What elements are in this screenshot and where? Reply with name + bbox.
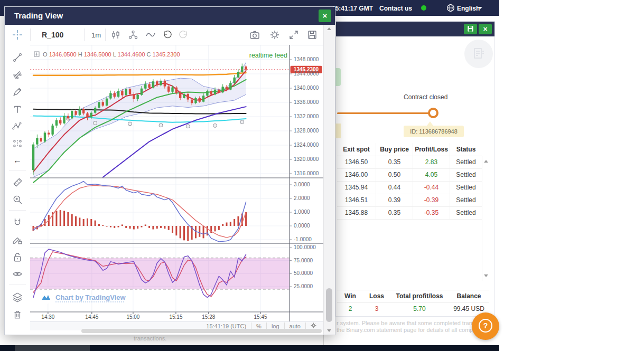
redo-icon[interactable] xyxy=(178,30,189,40)
table-cell: 0.35 xyxy=(376,207,413,219)
svg-text:1324.0000: 1324.0000 xyxy=(294,142,319,148)
line-style-icon[interactable] xyxy=(145,30,156,40)
arrow-back-icon[interactable]: ← xyxy=(12,155,23,166)
save-layout-icon[interactable] xyxy=(307,30,318,40)
gear-icon xyxy=(311,322,316,328)
modal-horizontal-scrollbar[interactable] xyxy=(81,329,322,333)
trades-table-scrollbar[interactable] xyxy=(482,156,489,281)
zoom-in-icon[interactable] xyxy=(12,194,23,205)
chevron-down-icon[interactable] xyxy=(478,7,482,11)
disclaimer-text-line1: r system. Please be aware that some comp… xyxy=(337,320,488,326)
table-row[interactable]: 1345.940.44-0.44Settled xyxy=(337,182,482,194)
svg-text:15:00: 15:00 xyxy=(126,314,139,320)
svg-text:1348.0000: 1348.0000 xyxy=(294,56,319,62)
toolbar-separator xyxy=(30,29,31,41)
disclaimer-text-line3: transactions. xyxy=(134,335,166,341)
summary-table: WinLossTotal profit/lossBalance 235.7099… xyxy=(337,290,489,315)
interval-selector[interactable]: 1m xyxy=(91,31,101,39)
table-row[interactable]: 1346.000.504.05Settled xyxy=(337,169,482,182)
stochastic-band xyxy=(30,258,290,289)
hide-all-eye-icon[interactable] xyxy=(12,269,23,279)
table-cell: Settled xyxy=(450,207,482,219)
table-cell: -0.39 xyxy=(413,194,450,206)
svg-text:1320.0000: 1320.0000 xyxy=(294,156,319,162)
drawing-lock-icon[interactable] xyxy=(12,234,23,245)
chart-area[interactable]: 1345.23001348.00001344.00001340.00001336… xyxy=(30,45,323,330)
forecast-tool-icon[interactable] xyxy=(12,138,23,149)
summary-table-header: WinLossTotal profit/lossBalance xyxy=(337,290,489,302)
realtime-feed-label: realtime feed xyxy=(249,52,287,59)
xabcd-pattern-tool-icon[interactable] xyxy=(12,121,23,131)
measure-ruler-icon[interactable] xyxy=(12,177,23,187)
layers-icon[interactable] xyxy=(12,292,23,302)
status-dot-icon xyxy=(421,5,426,11)
modal-vertical-scrollbar[interactable] xyxy=(323,25,335,335)
svg-text:14:30: 14:30 xyxy=(41,314,54,320)
brush-tool-icon[interactable] xyxy=(12,87,23,97)
svg-text:25.0000: 25.0000 xyxy=(294,283,313,289)
gmt-clock: 15:41:17 GMT xyxy=(332,5,373,12)
lock-all-icon[interactable] xyxy=(12,252,23,262)
bottom-window-bar xyxy=(0,345,499,351)
undo-icon[interactable] xyxy=(162,30,173,40)
svg-text:1328.0000: 1328.0000 xyxy=(294,128,319,134)
cut-buy-button[interactable] xyxy=(335,68,341,86)
column-header: Profit/Loss xyxy=(413,143,450,156)
snapshot-camera-icon[interactable] xyxy=(249,30,260,40)
summary-header: Balance xyxy=(449,290,489,302)
candle-style-icon[interactable] xyxy=(110,30,121,40)
tools-separator xyxy=(9,284,26,284)
summary-value: 5.70 xyxy=(390,302,449,315)
indicators-icon[interactable] xyxy=(128,30,138,40)
contract-progress-marker[interactable] xyxy=(428,108,438,118)
svg-text:-1.0000: -1.0000 xyxy=(294,236,312,242)
scroll-up-icon[interactable] xyxy=(327,27,331,30)
tradingview-chart-canvas[interactable]: 1345.23001348.00001344.00001340.00001336… xyxy=(30,45,323,330)
bottom-bar-segment xyxy=(15,345,90,351)
table-cell: 4.05 xyxy=(413,169,450,181)
toolbar-separator xyxy=(84,29,85,41)
symbol-selector[interactable]: R_100 xyxy=(42,31,63,39)
text-tool-icon[interactable] xyxy=(12,104,23,115)
svg-text:Chart by TradingView: Chart by TradingView xyxy=(55,293,126,301)
svg-text:realtime feed: realtime feed xyxy=(249,52,287,59)
svg-text:1316.0000: 1316.0000 xyxy=(294,170,319,176)
panel-save-button[interactable] xyxy=(464,24,477,34)
toolbar-separator xyxy=(105,29,106,41)
table-row[interactable]: 1345.880.35-0.35Settled xyxy=(337,207,482,220)
table-cell: Settled xyxy=(450,156,482,168)
settings-gear-icon[interactable] xyxy=(269,30,280,40)
panel-close-button[interactable]: × xyxy=(479,24,492,34)
trades-table: Exit spotBuy priceProfit/LossStatus 1346… xyxy=(337,143,482,220)
tools-separator xyxy=(9,170,26,171)
tools-separator xyxy=(9,210,26,211)
ohlc-readout: O 1346.0500 H 1346.5000 L 1344.4600 C 13… xyxy=(34,51,180,58)
table-row[interactable]: 1346.510.39-0.39Settled xyxy=(337,194,482,207)
summary-value: 3 xyxy=(363,302,390,315)
table-cell: 1346.51 xyxy=(337,194,376,206)
contact-us-link[interactable]: Contact us xyxy=(379,5,412,12)
scroll-down-icon[interactable] xyxy=(327,329,331,332)
trend-line-tool-icon[interactable] xyxy=(12,52,23,63)
fullscreen-icon[interactable] xyxy=(288,30,299,40)
gann-fibonacci-tool-icon[interactable] xyxy=(12,70,23,80)
table-row[interactable]: 1346.500.352.83Settled xyxy=(337,156,482,169)
trash-icon[interactable] xyxy=(12,309,23,320)
scroll-up-icon[interactable] xyxy=(484,160,488,163)
table-cell: 1346.50 xyxy=(337,156,376,168)
svg-text:1340.0000: 1340.0000 xyxy=(294,85,319,91)
globe-icon xyxy=(446,4,455,12)
language-selector[interactable]: English xyxy=(457,5,480,12)
summary-button[interactable] xyxy=(464,40,493,68)
magnet-icon[interactable] xyxy=(12,217,23,227)
summary-header: Win xyxy=(337,290,363,302)
trade-results-panel: × Contract closed ID: 113686786948 Exit … xyxy=(335,21,495,317)
modal-close-button[interactable]: × xyxy=(319,10,331,22)
scrollbar-thumb[interactable] xyxy=(326,288,332,322)
trading-view-modal: Trading View × R_100 1m xyxy=(4,6,335,335)
modal-titlebar[interactable]: Trading View × xyxy=(5,7,335,25)
crosshair-icon[interactable] xyxy=(12,30,23,40)
help-button[interactable]: ? xyxy=(472,312,499,340)
scroll-down-icon[interactable] xyxy=(484,274,488,277)
table-cell: -0.44 xyxy=(413,182,450,194)
